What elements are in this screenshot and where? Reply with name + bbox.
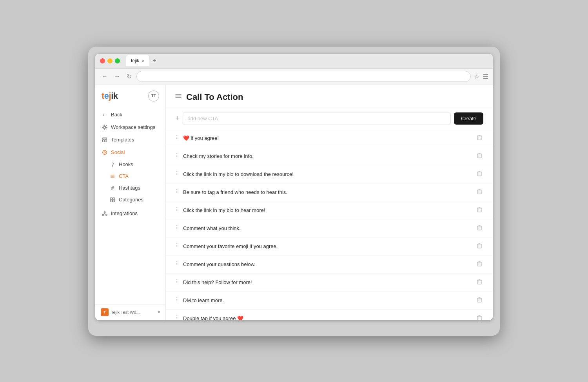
svg-point-78	[178, 225, 178, 226]
sidebar-subitem-categories[interactable]: Categories	[95, 194, 165, 206]
svg-point-79	[176, 227, 177, 228]
svg-point-13	[104, 211, 105, 213]
svg-point-0	[103, 126, 105, 128]
svg-point-134	[176, 317, 177, 318]
sidebar-item-workspace-settings[interactable]: Workspace settings	[95, 121, 165, 134]
delete-cta-button[interactable]	[475, 278, 483, 286]
active-tab[interactable]: tejik ✕	[126, 55, 149, 66]
sidebar-item-label: Templates	[111, 137, 134, 143]
svg-point-38	[178, 156, 178, 157]
drag-handle-icon[interactable]	[175, 261, 179, 268]
svg-point-114	[176, 282, 177, 283]
drag-handle-icon[interactable]	[175, 207, 179, 214]
workspace-settings-icon	[102, 124, 108, 130]
minimize-button[interactable]	[107, 58, 113, 63]
svg-point-23	[178, 135, 178, 136]
cta-row: Comment what you think.	[166, 219, 493, 237]
cta-text: Comment your favorite emoji if you agree…	[183, 243, 472, 249]
svg-rect-2	[103, 139, 104, 142]
back-nav-button[interactable]: ←	[100, 71, 109, 81]
cta-text: Be sure to tag a friend who needs to hea…	[183, 189, 472, 195]
svg-point-55	[176, 189, 177, 190]
delete-cta-button[interactable]	[475, 314, 483, 320]
drag-handle-icon[interactable]	[175, 297, 179, 304]
svg-rect-72	[477, 208, 481, 212]
sidebar-subitem-hooks[interactable]: Hooks	[95, 159, 165, 170]
svg-rect-105	[477, 262, 481, 266]
drag-handle-icon[interactable]	[175, 153, 179, 159]
close-button[interactable]	[100, 58, 105, 63]
sidebar-subitem-cta[interactable]: CTA	[95, 170, 165, 182]
cta-row: DM to learn more.	[166, 291, 493, 310]
svg-point-122	[178, 297, 178, 298]
add-cta-input[interactable]	[183, 112, 451, 125]
sidebar-item-integrations[interactable]: Integrations	[95, 207, 165, 220]
svg-point-113	[178, 281, 178, 282]
delete-cta-button[interactable]	[475, 134, 483, 142]
svg-point-71	[178, 210, 178, 211]
svg-rect-127	[477, 298, 481, 302]
cta-row: Be sure to tag a friend who needs to hea…	[166, 183, 493, 201]
svg-rect-11	[111, 200, 113, 202]
cta-text: Comment your questions below.	[183, 261, 472, 267]
browser-tabs: tejik ✕ +	[126, 55, 488, 66]
menu-nav-icon[interactable]: ☰	[483, 73, 488, 80]
delete-cta-button[interactable]	[475, 188, 483, 196]
cta-text: Did this help? Follow for more!	[183, 279, 472, 285]
svg-point-92	[176, 246, 177, 247]
new-tab-icon[interactable]: +	[152, 57, 156, 64]
drag-handle-icon[interactable]	[175, 189, 179, 196]
cta-text: Click the link in my bio to hear more!	[183, 207, 472, 213]
add-cta-icon[interactable]: +	[175, 114, 180, 123]
drag-handle-icon[interactable]	[175, 171, 179, 177]
svg-point-24	[176, 137, 177, 138]
refresh-nav-button[interactable]: ↻	[125, 71, 133, 82]
app-logo[interactable]: tejik	[102, 91, 118, 101]
drag-handle-icon[interactable]	[175, 135, 179, 141]
categories-icon	[109, 197, 116, 203]
svg-point-101	[176, 263, 177, 264]
svg-point-82	[178, 228, 178, 229]
user-avatar[interactable]: TT	[148, 91, 159, 101]
svg-point-67	[178, 207, 178, 208]
delete-cta-button[interactable]	[475, 296, 483, 304]
sidebar-workspace[interactable]: T Tejik Test Wo... ▾	[95, 304, 165, 320]
create-button[interactable]: Create	[454, 112, 483, 125]
sidebar-item-back[interactable]: ← Back	[95, 109, 165, 121]
bookmark-icon[interactable]: ☆	[474, 73, 479, 80]
svg-point-48	[176, 174, 177, 175]
content-header: Call To Action	[166, 85, 493, 108]
svg-point-14	[102, 214, 104, 215]
cta-row: Check my stories for more info.	[166, 147, 493, 165]
forward-nav-button[interactable]: →	[113, 71, 122, 81]
delete-cta-button[interactable]	[475, 260, 483, 268]
drag-handle-icon[interactable]	[175, 225, 179, 232]
maximize-button[interactable]	[115, 58, 120, 63]
drag-handle-icon[interactable]	[175, 243, 179, 250]
svg-point-46	[176, 173, 177, 174]
delete-cta-button[interactable]	[475, 206, 483, 214]
sidebar-subitem-hashtags[interactable]: # Hashtags	[95, 182, 165, 194]
svg-point-57	[176, 191, 177, 192]
svg-point-91	[178, 245, 178, 246]
tab-close-icon[interactable]: ✕	[142, 59, 145, 63]
delete-cta-button[interactable]	[475, 170, 483, 178]
drag-handle-icon[interactable]	[175, 279, 179, 286]
delete-cta-button[interactable]	[475, 152, 483, 160]
svg-point-70	[176, 210, 177, 211]
content-menu-icon[interactable]	[175, 93, 181, 101]
workspace-initial: T	[101, 308, 109, 316]
sidebar-item-social[interactable]: Social	[95, 146, 165, 159]
sidebar-item-templates[interactable]: Templates	[95, 134, 165, 146]
svg-point-47	[178, 173, 178, 174]
tab-label: tejik	[131, 58, 139, 63]
svg-point-88	[176, 243, 177, 244]
svg-rect-1	[103, 138, 107, 139]
address-bar[interactable]	[136, 71, 471, 82]
delete-cta-button[interactable]	[475, 242, 483, 250]
svg-point-22	[176, 135, 177, 136]
delete-cta-button[interactable]	[475, 224, 483, 232]
svg-point-136	[176, 319, 177, 319]
drag-handle-icon[interactable]	[175, 315, 179, 320]
hooks-icon	[109, 161, 116, 168]
